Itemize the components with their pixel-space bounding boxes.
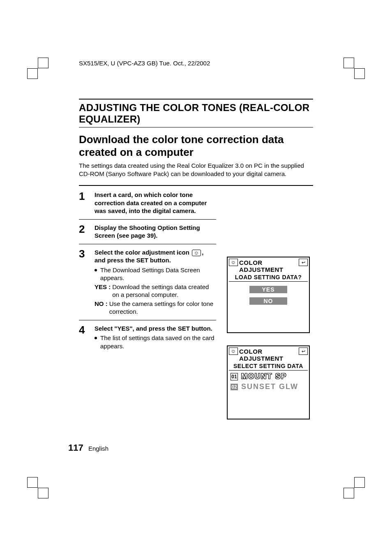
setting-row-selected[interactable]: 01 MOUNT SP [229,372,308,381]
back-icon: ↩ [299,348,308,355]
step-4: 4 Select "YES", and press the SET button… [79,324,216,355]
back-icon: ↩ [299,259,308,266]
step-number: 2 [79,224,87,234]
row-label: MOUNT SP [241,372,287,381]
yes-button[interactable]: YES [249,286,287,293]
page-number: 117 [68,442,83,453]
palette-icon: ☺ [192,250,201,256]
no-button[interactable]: NO [249,297,287,305]
screen-title: COLOR ADJUSTMENT [239,348,297,362]
step-number: 1 [79,191,87,202]
page-content: ADJUSTING THE COLOR TONES (REAL-COLOR EQ… [79,99,313,432]
step-1: 1 Insert a card, on which color tone cor… [79,191,216,220]
screen-load-setting: ☺ COLOR ADJUSTMENT ↩ LOAD SETTING DATA? … [227,257,310,333]
step-heading: Select "YES", and press the SET button. [95,324,216,333]
step-2: 2 Display the Shooting Option Setting Sc… [79,224,216,244]
crop-mark-bottom-left [27,477,48,498]
page-language: English [88,445,108,452]
crop-mark-bottom-right [344,477,365,498]
section-title: ADJUSTING THE COLOR TONES (REAL-COLOR EQ… [79,99,313,127]
intro-paragraph: The settings data created using the Real… [79,162,313,178]
crop-mark-top-left [27,58,48,79]
step-heading: Insert a card, on which color tone corre… [95,191,216,215]
step-heading: Select the color adjustment icon ☺, and … [95,248,216,264]
page-footer: 117 English [68,442,108,453]
no-label: NO : [95,300,108,316]
row-index: 02 [231,384,238,390]
screen-subtitle: LOAD SETTING DATA? [229,274,308,282]
running-header: SX515/EX, U (VPC-AZ3 GB) Tue. Oct., 22/2… [79,60,210,67]
no-desc: Use the camera settings for color tone c… [109,300,216,316]
palette-icon: ☺ [229,348,238,355]
steps-column: 1 Insert a card, on which color tone cor… [79,191,216,432]
row-index: 01 [231,373,238,380]
yes-desc: Download the settings data created on a … [112,283,216,299]
step-bullet: The Download Settings Data Screen appear… [95,266,216,282]
screen-title: COLOR ADJUSTMENT [239,259,297,273]
screen-select-setting: ☺ COLOR ADJUSTMENT ↩ SELECT SETTING DATA… [227,345,310,419]
step-heading: Display the Shooting Option Setting Scre… [95,224,216,240]
crop-mark-top-right [344,58,365,79]
step-number: 4 [79,324,87,335]
screens-column: ☺ COLOR ADJUSTMENT ↩ LOAD SETTING DATA? … [227,191,313,432]
step-3: 3 Select the color adjustment icon ☺, an… [79,248,216,320]
step-bullet: The list of settings data saved on the c… [95,334,216,350]
screen-subtitle: SELECT SETTING DATA [229,363,308,371]
step-heading-part-a: Select the color adjustment icon [95,249,191,256]
palette-icon: ☺ [229,259,238,266]
page-subheading: Download the color tone correction data … [79,133,313,158]
step-number: 3 [79,248,87,259]
row-label: SUNSET GLW [241,382,298,391]
setting-row[interactable]: 02 SUNSET GLW [229,382,308,391]
yes-label: YES : [95,283,111,299]
